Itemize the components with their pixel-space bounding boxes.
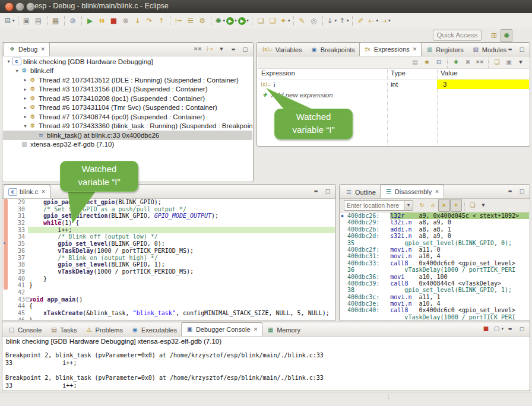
forward-history-button[interactable]: →▾: [379, 15, 391, 27]
search-button[interactable]: ✦▾: [279, 15, 290, 27]
pin-view-button[interactable]: ▣: [504, 56, 514, 68]
refresh-view-button[interactable]: ↻: [417, 199, 428, 211]
terminate-console-button[interactable]: ■: [480, 323, 491, 335]
debug-tree-row[interactable]: ≡blink_task() at blink.c:33 0x400dbc26: [3, 131, 252, 140]
dropdown-arrow-icon[interactable]: ▾: [288, 18, 290, 23]
debug-button[interactable]: ✺▾: [214, 15, 226, 27]
back-history-button[interactable]: ←▾: [368, 15, 379, 27]
save-all-button[interactable]: ▤: [33, 15, 44, 27]
skip-all-breakpoints-button[interactable]: ⊘: [68, 15, 78, 27]
debug-tree-row[interactable]: ▸⚙Thread #3 1073413156 (IDLE) (Suspended…: [3, 85, 252, 94]
code-line[interactable]: 29 gpio_pad_select_gpio(BLINK_GPIO);: [3, 199, 335, 206]
display-selected-console-button[interactable]: ▢▾: [492, 323, 504, 335]
disassembly-source-line[interactable]: 35 gpio_set_level(BLINK_GPIO, 0);: [340, 240, 529, 246]
code-line[interactable]: 30 /* Set the GPIO as a push/pull output…: [3, 206, 335, 213]
tab-registers[interactable]: ▥Registers: [422, 43, 467, 56]
code-line[interactable]: 46}: [3, 317, 335, 320]
tab-problems[interactable]: ⚠Problems: [81, 323, 126, 336]
code-line[interactable]: 38 gpio_set_level(BLINK_GPIO, 1);: [3, 261, 335, 268]
tab-memory[interactable]: ▦Memory: [262, 323, 305, 336]
code-line[interactable]: 36 vTaskDelay(1000 / portTICK_PERIOD_MS)…: [3, 248, 335, 255]
tab-blink-c[interactable]: cblink.c✕: [4, 185, 50, 198]
disassembly-source-line[interactable]: 38 gpio_set_level(BLINK_GPIO, 1);: [340, 287, 529, 293]
column-header-expression[interactable]: Expression: [261, 69, 295, 77]
tab-debug[interactable]: ❖Debug✕: [4, 42, 50, 56]
open-folder-b-button[interactable]: ❏: [267, 15, 278, 27]
location-input[interactable]: Enter location here: [344, 200, 404, 211]
dropdown-arrow-icon[interactable]: ▾: [388, 18, 391, 23]
disassembly-instruction-line[interactable]: 400dbc40: call8 0x400dc6c0 <gpio_set_lev…: [340, 307, 529, 313]
dropdown-arrow-icon[interactable]: ▾: [223, 18, 226, 23]
disassembly-source-line[interactable]: vTaskDelay(1000 / portTICK PERI: [340, 314, 529, 320]
debug-tree-row[interactable]: ▸⚙Thread #5 1073410208 (ipc1) (Suspended…: [3, 94, 252, 103]
new-button[interactable]: ⊞▾: [4, 15, 15, 27]
disassembly-instruction-line[interactable]: 400dbc2d: s32i.n a8, a9, 0: [340, 233, 529, 239]
open-folder-a-button[interactable]: ❏: [255, 15, 266, 27]
collapse-all-button[interactable]: ⊟: [433, 56, 444, 68]
tree-expander-icon[interactable]: ▸: [22, 114, 28, 119]
debug-perspective-button[interactable]: ✺: [501, 29, 512, 42]
expression-row[interactable]: (x)=iint3: [258, 80, 529, 90]
disconnect-button[interactable]: ⊗: [121, 15, 131, 27]
console-output[interactable]: Breakpoint 2, blink_task (pvParameter=0x…: [3, 352, 529, 390]
debug-trace-button[interactable]: ☰: [185, 15, 196, 27]
maximize-view-button[interactable]: □: [240, 43, 251, 55]
step-into-button[interactable]: ↓: [132, 15, 143, 27]
remove-selected-expressions-button[interactable]: ✖: [463, 56, 473, 68]
drag-grip-icon[interactable]: ⋮: [386, 394, 391, 399]
debug-tree-row[interactable]: ▸⚙Thread #7 1073408744 (ipc0) (Suspended…: [3, 112, 252, 122]
close-tab-icon[interactable]: ✕: [413, 46, 417, 52]
code-line[interactable]: 42: [3, 289, 335, 296]
debug-tree-row[interactable]: ▾⚙Thread #9 1073433360 (blink_task : Run…: [3, 122, 252, 131]
dropdown-arrow-icon[interactable]: ▾: [376, 18, 379, 23]
tab-executables[interactable]: ◉Executables: [127, 323, 181, 336]
window-minimize-button[interactable]: [15, 2, 24, 11]
code-line[interactable]: 41}: [3, 282, 335, 289]
tab-outline[interactable]: ☰Outline: [341, 186, 380, 198]
add-new-expression-row[interactable]: ✚Add new expression: [258, 90, 529, 100]
debug-tree-row[interactable]: ▾cblink checking [GDB Hardware Debugging…: [3, 57, 252, 66]
editor-content[interactable]: ➤ 29 gpio_pad_select_gpio(BLINK_GPIO);30…: [3, 199, 335, 320]
window-maximize-button[interactable]: [26, 2, 35, 11]
track-program-counter-button[interactable]: ➤: [438, 199, 450, 212]
code-line[interactable]: 44{: [3, 303, 335, 310]
code-line[interactable]: 37 /* Blink on (output high) */: [3, 255, 335, 262]
disassembly-instruction-line[interactable]: ◆ 400dbc26: l32r a9, 0x400d045c < stext+…: [340, 212, 529, 219]
tab-debugger-console[interactable]: ▣Debugger Console✕: [181, 322, 262, 336]
column-header-type[interactable]: Type: [391, 69, 406, 77]
window-close-button[interactable]: [5, 2, 14, 11]
use-step-filters-button[interactable]: ⚙: [197, 15, 208, 27]
debug-tree-row[interactable]: ▸⚙Thread #6 1073431104 (Tmr Svc) (Suspen…: [3, 103, 252, 113]
disassembly-source-line[interactable]: 36 vTaskDelay(1000 / portTICK_PERI: [340, 267, 529, 273]
code-line[interactable]: 34 /* Blink off (output low) */: [3, 233, 335, 240]
sync-with-source-button[interactable]: ✦: [450, 199, 462, 212]
remove-all-expressions-button[interactable]: ✖✖: [474, 56, 485, 68]
build-all-button[interactable]: ▦: [50, 15, 61, 27]
tab-disassembly[interactable]: ☰Disassembly✕: [380, 185, 444, 198]
debug-tree-row[interactable]: ▥xtensa-esp32-elf-gdb (7.10): [3, 140, 252, 150]
fold-marker-icon[interactable]: −: [26, 297, 31, 302]
tree-expander-icon[interactable]: ▸: [22, 105, 28, 110]
remove-all-terminated-button[interactable]: ✖✖: [192, 43, 203, 55]
tab-tasks[interactable]: ▤Tasks: [46, 323, 81, 336]
show-logical-structure-button[interactable]: ✱: [422, 56, 432, 68]
disassembly-instruction-line[interactable]: 400dbc31: movi.n a10, 4: [340, 253, 529, 259]
tree-expander-icon[interactable]: ▸: [22, 77, 28, 83]
run-button[interactable]: ▶▾: [226, 15, 237, 27]
view-menu-button[interactable]: ▼: [216, 43, 227, 55]
maximize-view-button[interactable]: □: [517, 323, 527, 335]
tab-expressions[interactable]: ƒxExpressions✕: [359, 42, 422, 56]
maximize-view-button[interactable]: □: [517, 185, 527, 197]
code-line[interactable]: 32 while(1) {: [3, 220, 335, 227]
tree-expander-icon[interactable]: ▸: [22, 87, 28, 92]
maximize-view-button[interactable]: □: [322, 185, 333, 197]
minimize-view-button[interactable]: ▬: [228, 43, 239, 55]
disassembly-instruction-line[interactable]: 400dbc3c: movi.n a11, 1: [340, 294, 529, 300]
previous-annotation-button[interactable]: ↑▾: [338, 15, 349, 27]
debug-tree-row[interactable]: ▾⚙blink.elf: [3, 66, 252, 76]
tab-console[interactable]: ▢Console: [4, 323, 46, 336]
open-perspective-button[interactable]: ⊞: [489, 30, 499, 42]
breakpoint-instruction-pointer-icon[interactable]: ➤: [3, 240, 6, 246]
last-edit-location-button[interactable]: ✐: [356, 15, 366, 27]
tree-expander-icon[interactable]: ▾: [5, 59, 12, 64]
